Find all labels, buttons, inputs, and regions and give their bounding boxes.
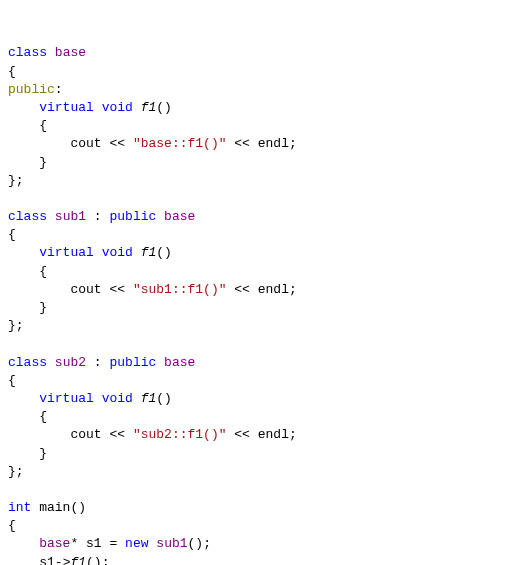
keyword-void: void — [102, 100, 133, 115]
fn-main: main — [39, 500, 70, 515]
keyword-class: class — [8, 45, 47, 60]
brace-open: { — [8, 64, 16, 79]
str-sub2-f1: "sub2::f1()" — [133, 427, 227, 442]
keyword-new: new — [125, 536, 148, 551]
keyword-virtual: virtual — [39, 100, 94, 115]
id-s1: s1 — [86, 536, 102, 551]
str-base-f1: "base::f1()" — [133, 136, 227, 151]
classname-sub2: sub2 — [55, 355, 86, 370]
classname-sub1: sub1 — [55, 209, 86, 224]
classname-base: base — [55, 45, 86, 60]
code-block: class base { public: virtual void f1() {… — [8, 44, 503, 565]
fn-f1: f1 — [141, 100, 157, 115]
id-cout: cout — [70, 136, 101, 151]
brace-close-semi: }; — [8, 173, 24, 188]
id-endl: endl — [258, 136, 289, 151]
str-sub1-f1: "sub1::f1()" — [133, 282, 227, 297]
keyword-int: int — [8, 500, 31, 515]
access-public: public — [8, 82, 55, 97]
